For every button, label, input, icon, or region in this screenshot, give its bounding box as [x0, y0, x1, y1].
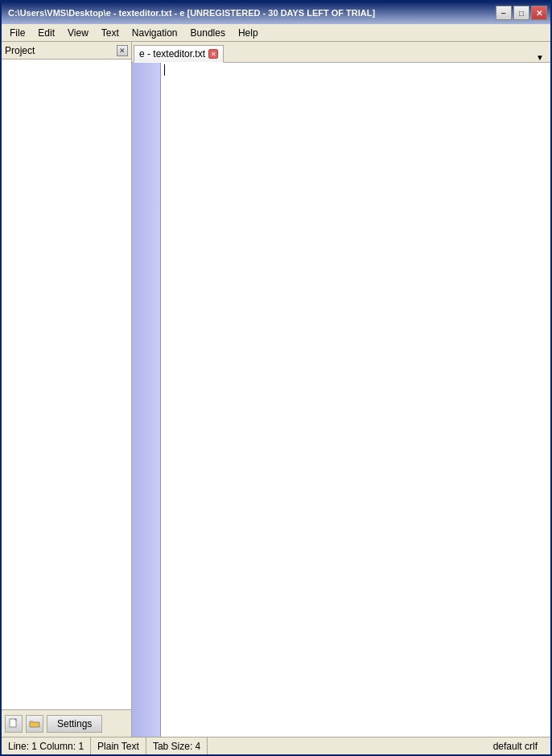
menu-text[interactable]: Text [95, 24, 126, 41]
folder-icon [29, 718, 40, 729]
status-line-column: Line: 1 Column: 1 [8, 738, 91, 754]
menu-bar: File Edit View Text Navigation Bundles H… [2, 24, 550, 42]
editor-body[interactable] [161, 63, 550, 737]
settings-button[interactable]: Settings [47, 715, 102, 733]
new-file-icon [8, 718, 19, 729]
project-panel-footer: Settings [2, 709, 131, 737]
close-button[interactable]: ✕ [531, 6, 547, 20]
minimize-button[interactable]: − [496, 6, 512, 20]
menu-help[interactable]: Help [232, 24, 265, 41]
menu-bundles[interactable]: Bundles [184, 24, 232, 41]
project-panel-title: Project [5, 45, 35, 56]
open-folder-button[interactable] [26, 715, 43, 733]
project-panel-close-button[interactable]: ✕ [117, 45, 128, 56]
editor-tab-0[interactable]: e - texteditor.txt ✕ [134, 45, 224, 63]
tab-dropdown-button[interactable]: ▼ [533, 53, 547, 62]
tab-bar-right: ▼ [533, 53, 550, 62]
main-window: C:\Users\VMS\Desktop\e - texteditor.txt … [0, 0, 552, 756]
project-panel: Project ✕ Settings [2, 42, 132, 737]
window-controls: − □ ✕ [496, 6, 547, 20]
status-bar: Line: 1 Column: 1 Plain Text Tab Size: 4… [2, 737, 550, 754]
menu-file[interactable]: File [3, 24, 31, 41]
tab-label-0: e - texteditor.txt [139, 48, 205, 60]
editor-area-wrapper [132, 63, 550, 737]
project-panel-header: Project ✕ [2, 42, 131, 60]
text-cursor [164, 64, 165, 76]
tab-bar: e - texteditor.txt ✕ ▼ [132, 42, 550, 63]
menu-view[interactable]: View [61, 24, 95, 41]
editor-cursor-line [164, 64, 547, 76]
line-number-gutter [132, 63, 161, 737]
menu-navigation[interactable]: Navigation [126, 24, 184, 41]
project-panel-body [2, 60, 131, 709]
new-file-button[interactable] [5, 715, 23, 733]
editor-container: e - texteditor.txt ✕ ▼ [132, 42, 550, 737]
status-file-type: Plain Text [91, 738, 146, 754]
tab-close-0[interactable]: ✕ [208, 49, 218, 59]
main-content: Project ✕ Settings [2, 42, 550, 737]
window-title: C:\Users\VMS\Desktop\e - texteditor.txt … [8, 8, 375, 18]
menu-edit[interactable]: Edit [31, 24, 61, 41]
title-bar: C:\Users\VMS\Desktop\e - texteditor.txt … [2, 2, 550, 24]
status-line-ending: default crlf [487, 738, 544, 754]
status-tab-size: Tab Size: 4 [146, 738, 208, 754]
maximize-button[interactable]: □ [513, 6, 529, 20]
